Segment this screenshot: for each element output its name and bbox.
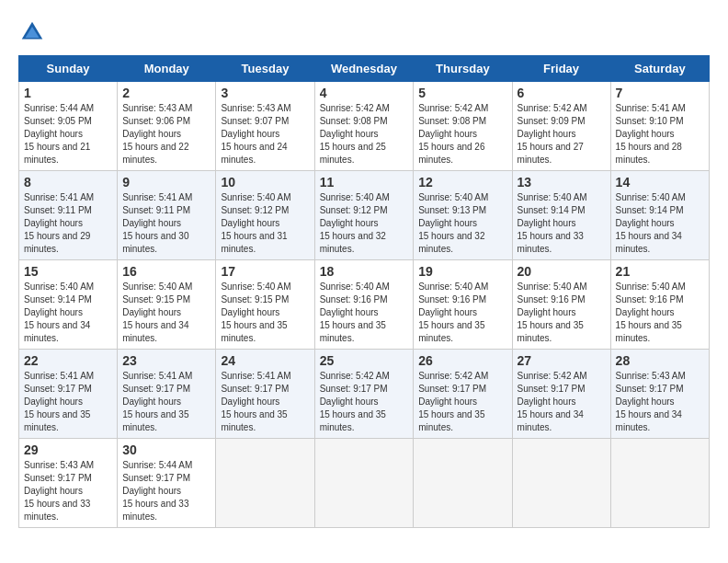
- calendar-cell: 15Sunrise: 5:40 AMSunset: 9:14 PMDayligh…: [19, 260, 118, 350]
- weekday-header-tuesday: Tuesday: [216, 56, 314, 82]
- weekday-header-sunday: Sunday: [19, 56, 118, 82]
- day-number: 9: [122, 175, 210, 190]
- page-header: [18, 18, 710, 46]
- day-info: Sunrise: 5:40 AMSunset: 9:16 PMDaylight …: [418, 281, 506, 345]
- day-number: 14: [616, 175, 704, 190]
- calendar-week-row: 29Sunrise: 5:43 AMSunset: 9:17 PMDayligh…: [19, 439, 710, 528]
- day-number: 13: [518, 175, 606, 190]
- calendar-cell: 11Sunrise: 5:40 AMSunset: 9:12 PMDayligh…: [314, 171, 414, 260]
- day-info: Sunrise: 5:43 AMSunset: 9:07 PMDaylight …: [221, 102, 309, 167]
- day-info: Sunrise: 5:42 AMSunset: 9:09 PMDaylight …: [518, 102, 606, 167]
- calendar-cell: 23Sunrise: 5:41 AMSunset: 9:17 PMDayligh…: [118, 350, 216, 439]
- calendar-cell: 10Sunrise: 5:40 AMSunset: 9:12 PMDayligh…: [216, 171, 314, 260]
- day-number: 23: [122, 353, 210, 368]
- day-number: 4: [320, 86, 409, 100]
- day-number: 20: [518, 264, 606, 279]
- calendar-table: SundayMondayTuesdayWednesdayThursdayFrid…: [18, 55, 710, 528]
- day-number: 2: [122, 86, 210, 100]
- weekday-header-saturday: Saturday: [610, 56, 709, 82]
- calendar-cell: 1Sunrise: 5:44 AMSunset: 9:05 PMDaylight…: [19, 82, 118, 171]
- calendar-cell: 9Sunrise: 5:41 AMSunset: 9:11 PMDaylight…: [118, 171, 216, 260]
- calendar-cell: 18Sunrise: 5:40 AMSunset: 9:16 PMDayligh…: [314, 260, 414, 350]
- calendar-cell: 17Sunrise: 5:40 AMSunset: 9:15 PMDayligh…: [216, 260, 314, 350]
- day-number: 17: [221, 264, 309, 279]
- day-info: Sunrise: 5:44 AMSunset: 9:05 PMDaylight …: [24, 102, 112, 167]
- day-info: Sunrise: 5:40 AMSunset: 9:12 PMDaylight …: [320, 191, 409, 256]
- calendar-cell: 2Sunrise: 5:43 AMSunset: 9:06 PMDaylight…: [118, 82, 216, 171]
- day-number: 18: [320, 264, 409, 279]
- calendar-cell: 25Sunrise: 5:42 AMSunset: 9:17 PMDayligh…: [314, 350, 414, 439]
- day-number: 26: [418, 353, 506, 368]
- calendar-cell: 4Sunrise: 5:42 AMSunset: 9:08 PMDaylight…: [314, 82, 414, 171]
- day-info: Sunrise: 5:40 AMSunset: 9:13 PMDaylight …: [418, 191, 506, 256]
- calendar-cell: 29Sunrise: 5:43 AMSunset: 9:17 PMDayligh…: [19, 439, 118, 528]
- day-info: Sunrise: 5:41 AMSunset: 9:11 PMDaylight …: [24, 191, 112, 256]
- weekday-header-wednesday: Wednesday: [314, 56, 414, 82]
- day-info: Sunrise: 5:40 AMSunset: 9:14 PMDaylight …: [24, 281, 112, 345]
- day-info: Sunrise: 5:41 AMSunset: 9:17 PMDaylight …: [221, 370, 309, 434]
- calendar-cell: [414, 439, 512, 528]
- calendar-cell: 3Sunrise: 5:43 AMSunset: 9:07 PMDaylight…: [216, 82, 314, 171]
- day-number: 28: [616, 353, 704, 368]
- day-number: 7: [616, 86, 704, 100]
- day-number: 30: [122, 442, 210, 457]
- calendar-cell: 27Sunrise: 5:42 AMSunset: 9:17 PMDayligh…: [512, 350, 610, 439]
- calendar-cell: [610, 439, 709, 528]
- calendar-cell: [314, 439, 414, 528]
- day-number: 19: [418, 264, 506, 279]
- day-number: 27: [518, 353, 606, 368]
- day-info: Sunrise: 5:40 AMSunset: 9:12 PMDaylight …: [221, 191, 309, 256]
- day-number: 24: [221, 353, 309, 368]
- calendar-cell: 21Sunrise: 5:40 AMSunset: 9:16 PMDayligh…: [610, 260, 709, 350]
- logo-icon: [18, 18, 46, 46]
- calendar-cell: [216, 439, 314, 528]
- day-info: Sunrise: 5:40 AMSunset: 9:14 PMDaylight …: [518, 191, 606, 256]
- calendar-cell: 5Sunrise: 5:42 AMSunset: 9:08 PMDaylight…: [414, 82, 512, 171]
- day-info: Sunrise: 5:40 AMSunset: 9:16 PMDaylight …: [518, 281, 606, 345]
- day-info: Sunrise: 5:42 AMSunset: 9:17 PMDaylight …: [320, 370, 409, 434]
- day-number: 1: [24, 86, 112, 100]
- day-number: 6: [518, 86, 606, 100]
- day-info: Sunrise: 5:40 AMSunset: 9:16 PMDaylight …: [320, 281, 409, 345]
- calendar-cell: 19Sunrise: 5:40 AMSunset: 9:16 PMDayligh…: [414, 260, 512, 350]
- day-number: 15: [24, 264, 112, 279]
- calendar-week-row: 15Sunrise: 5:40 AMSunset: 9:14 PMDayligh…: [19, 260, 710, 350]
- day-info: Sunrise: 5:44 AMSunset: 9:17 PMDaylight …: [122, 459, 210, 523]
- day-info: Sunrise: 5:40 AMSunset: 9:15 PMDaylight …: [122, 281, 210, 345]
- day-number: 3: [221, 86, 309, 100]
- weekday-header-monday: Monday: [118, 56, 216, 82]
- logo: [18, 18, 50, 46]
- day-info: Sunrise: 5:42 AMSunset: 9:17 PMDaylight …: [518, 370, 606, 434]
- day-info: Sunrise: 5:42 AMSunset: 9:17 PMDaylight …: [418, 370, 506, 434]
- calendar-cell: 30Sunrise: 5:44 AMSunset: 9:17 PMDayligh…: [118, 439, 216, 528]
- calendar-cell: 20Sunrise: 5:40 AMSunset: 9:16 PMDayligh…: [512, 260, 610, 350]
- calendar-cell: 13Sunrise: 5:40 AMSunset: 9:14 PMDayligh…: [512, 171, 610, 260]
- calendar-cell: [512, 439, 610, 528]
- calendar-cell: 24Sunrise: 5:41 AMSunset: 9:17 PMDayligh…: [216, 350, 314, 439]
- day-number: 8: [24, 175, 112, 190]
- day-info: Sunrise: 5:43 AMSunset: 9:17 PMDaylight …: [24, 459, 112, 523]
- calendar-cell: 28Sunrise: 5:43 AMSunset: 9:17 PMDayligh…: [610, 350, 709, 439]
- day-number: 21: [616, 264, 704, 279]
- day-info: Sunrise: 5:43 AMSunset: 9:17 PMDaylight …: [616, 370, 704, 434]
- day-number: 10: [221, 175, 309, 190]
- calendar-cell: 8Sunrise: 5:41 AMSunset: 9:11 PMDaylight…: [19, 171, 118, 260]
- calendar-header-row: SundayMondayTuesdayWednesdayThursdayFrid…: [19, 56, 710, 82]
- day-info: Sunrise: 5:41 AMSunset: 9:10 PMDaylight …: [616, 102, 704, 167]
- calendar-week-row: 8Sunrise: 5:41 AMSunset: 9:11 PMDaylight…: [19, 171, 710, 260]
- day-info: Sunrise: 5:43 AMSunset: 9:06 PMDaylight …: [122, 102, 210, 167]
- weekday-header-thursday: Thursday: [414, 56, 512, 82]
- day-number: 16: [122, 264, 210, 279]
- day-number: 5: [418, 86, 506, 100]
- calendar-cell: 22Sunrise: 5:41 AMSunset: 9:17 PMDayligh…: [19, 350, 118, 439]
- day-info: Sunrise: 5:40 AMSunset: 9:14 PMDaylight …: [616, 191, 704, 256]
- calendar-cell: 14Sunrise: 5:40 AMSunset: 9:14 PMDayligh…: [610, 171, 709, 260]
- day-number: 11: [320, 175, 409, 190]
- calendar-cell: 7Sunrise: 5:41 AMSunset: 9:10 PMDaylight…: [610, 82, 709, 171]
- day-number: 22: [24, 353, 112, 368]
- day-number: 12: [418, 175, 506, 190]
- calendar-cell: 26Sunrise: 5:42 AMSunset: 9:17 PMDayligh…: [414, 350, 512, 439]
- day-info: Sunrise: 5:41 AMSunset: 9:11 PMDaylight …: [122, 191, 210, 256]
- day-info: Sunrise: 5:41 AMSunset: 9:17 PMDaylight …: [24, 370, 112, 434]
- calendar-cell: 16Sunrise: 5:40 AMSunset: 9:15 PMDayligh…: [118, 260, 216, 350]
